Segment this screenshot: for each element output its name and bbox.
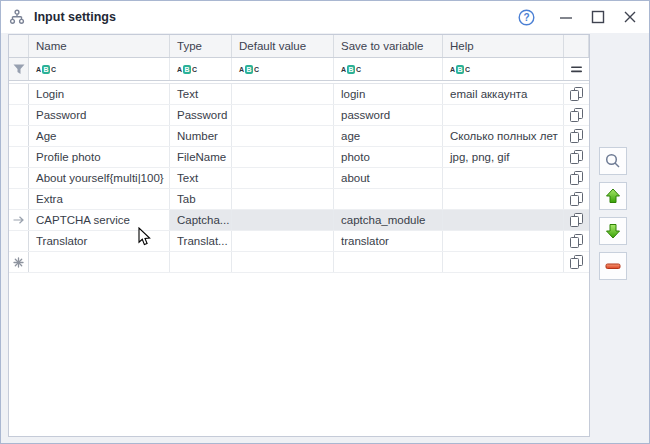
cell-variable[interactable]: captcha_module xyxy=(334,210,443,230)
filter-cell-variable[interactable]: ABC xyxy=(334,58,443,80)
cell-name[interactable]: Profile photo xyxy=(29,147,170,167)
copy-duplicate-icon[interactable] xyxy=(564,147,589,167)
current-row-arrow-icon[interactable] xyxy=(9,210,29,230)
row-indicator[interactable] xyxy=(9,147,29,167)
copy-duplicate-icon[interactable] xyxy=(564,189,589,209)
copy-duplicate-icon[interactable] xyxy=(564,252,589,272)
row-indicator[interactable] xyxy=(9,84,29,104)
header-gutter xyxy=(9,35,29,57)
column-header-name[interactable]: Name xyxy=(29,35,170,57)
abc-contains-icon: ABC xyxy=(239,65,259,74)
column-header-help[interactable]: Help xyxy=(443,35,564,57)
maximize-icon[interactable] xyxy=(587,6,609,28)
table-body: Login Text login email аккаунта Password… xyxy=(9,83,589,273)
equals-icon[interactable] xyxy=(564,58,589,80)
delete-button[interactable] xyxy=(599,252,627,280)
copy-duplicate-icon[interactable] xyxy=(564,126,589,146)
cell-default[interactable] xyxy=(232,84,334,104)
cell-type[interactable]: Text xyxy=(170,168,232,188)
table-row[interactable]: Translator Translat... translator xyxy=(9,231,589,252)
cell-name[interactable]: Password xyxy=(29,105,170,125)
cell-name[interactable]: Login xyxy=(29,84,170,104)
funnel-filter-icon[interactable] xyxy=(9,58,29,80)
cell-default[interactable] xyxy=(232,210,334,230)
row-indicator[interactable] xyxy=(9,189,29,209)
column-header-default[interactable]: Default value xyxy=(232,35,334,57)
find-button[interactable] xyxy=(599,147,627,175)
cell-type[interactable]: FileName xyxy=(170,147,232,167)
table-row[interactable]: Password Password password xyxy=(9,105,589,126)
cell-name[interactable] xyxy=(29,252,170,272)
table-row[interactable]: About yourself{multi|100} Text about xyxy=(9,168,589,189)
help-icon[interactable]: ? xyxy=(515,6,537,28)
cell-variable[interactable]: login xyxy=(334,84,443,104)
cell-variable[interactable]: translator xyxy=(334,231,443,251)
cell-help[interactable] xyxy=(443,168,564,188)
minimize-icon[interactable] xyxy=(555,6,577,28)
cell-help[interactable]: Сколько полных лет xyxy=(443,126,564,146)
filter-cell-type[interactable]: ABC xyxy=(170,58,232,80)
cell-default[interactable] xyxy=(232,231,334,251)
table-row[interactable]: Age Number age Сколько полных лет xyxy=(9,126,589,147)
abc-contains-icon: ABC xyxy=(177,65,197,74)
table-row[interactable]: Extra Tab xyxy=(9,189,589,210)
abc-contains-icon: ABC xyxy=(36,65,56,74)
cell-type[interactable]: Captcha... xyxy=(170,210,232,230)
close-icon[interactable] xyxy=(619,6,641,28)
cell-default[interactable] xyxy=(232,126,334,146)
row-indicator[interactable] xyxy=(9,105,29,125)
cell-type[interactable]: Text xyxy=(170,84,232,104)
table-row-selected[interactable]: CAPTCHA service Captcha... captcha_modul… xyxy=(9,210,589,231)
filter-cell-help[interactable]: ABC xyxy=(443,58,564,80)
row-indicator[interactable] xyxy=(9,168,29,188)
cell-type[interactable]: Number xyxy=(170,126,232,146)
abc-contains-icon: ABC xyxy=(450,65,470,74)
cell-default[interactable] xyxy=(232,168,334,188)
cell-help[interactable] xyxy=(443,189,564,209)
filter-cell-name[interactable]: ABC xyxy=(29,58,170,80)
cell-name[interactable]: Age xyxy=(29,126,170,146)
cell-help[interactable] xyxy=(443,231,564,251)
move-down-button[interactable] xyxy=(599,217,627,245)
table-row[interactable]: Login Text login email аккаунта xyxy=(9,84,589,105)
row-indicator[interactable] xyxy=(9,231,29,251)
move-up-button[interactable] xyxy=(599,182,627,210)
column-header-type[interactable]: Type xyxy=(170,35,232,57)
cell-default[interactable] xyxy=(232,105,334,125)
cell-variable[interactable] xyxy=(334,189,443,209)
cell-help[interactable] xyxy=(443,210,564,230)
cell-name[interactable]: About yourself{multi|100} xyxy=(29,168,170,188)
cell-variable[interactable]: about xyxy=(334,168,443,188)
cell-name[interactable]: Translator xyxy=(29,231,170,251)
copy-duplicate-icon[interactable] xyxy=(564,231,589,251)
cell-name[interactable]: Extra xyxy=(29,189,170,209)
cell-type[interactable] xyxy=(170,252,232,272)
copy-duplicate-icon[interactable] xyxy=(564,168,589,188)
copy-duplicate-icon[interactable] xyxy=(564,210,589,230)
cell-help[interactable] xyxy=(443,252,564,272)
cell-help[interactable] xyxy=(443,105,564,125)
inputs-table: Name Type Default value Save to variable… xyxy=(8,34,590,437)
cell-name[interactable]: CAPTCHA service xyxy=(29,210,170,230)
cell-default[interactable] xyxy=(232,147,334,167)
row-indicator[interactable] xyxy=(9,126,29,146)
copy-duplicate-icon[interactable] xyxy=(564,84,589,104)
new-row[interactable] xyxy=(9,252,589,273)
cell-variable[interactable] xyxy=(334,252,443,272)
filter-cell-default[interactable]: ABC xyxy=(232,58,334,80)
cell-variable[interactable]: age xyxy=(334,126,443,146)
window-title: Input settings xyxy=(34,10,116,24)
cell-help[interactable]: jpg, png, gif xyxy=(443,147,564,167)
cell-help[interactable]: email аккаунта xyxy=(443,84,564,104)
cell-type[interactable]: Translat... xyxy=(170,231,232,251)
cell-type[interactable]: Tab xyxy=(170,189,232,209)
cell-type[interactable]: Password xyxy=(170,105,232,125)
column-header-variable[interactable]: Save to variable xyxy=(334,35,443,57)
cell-default[interactable] xyxy=(232,252,334,272)
cell-variable[interactable]: password xyxy=(334,105,443,125)
table-row[interactable]: Profile photo FileName photo jpg, png, g… xyxy=(9,147,589,168)
red-minus-icon xyxy=(605,258,621,274)
cell-variable[interactable]: photo xyxy=(334,147,443,167)
copy-duplicate-icon[interactable] xyxy=(564,105,589,125)
cell-default[interactable] xyxy=(232,189,334,209)
